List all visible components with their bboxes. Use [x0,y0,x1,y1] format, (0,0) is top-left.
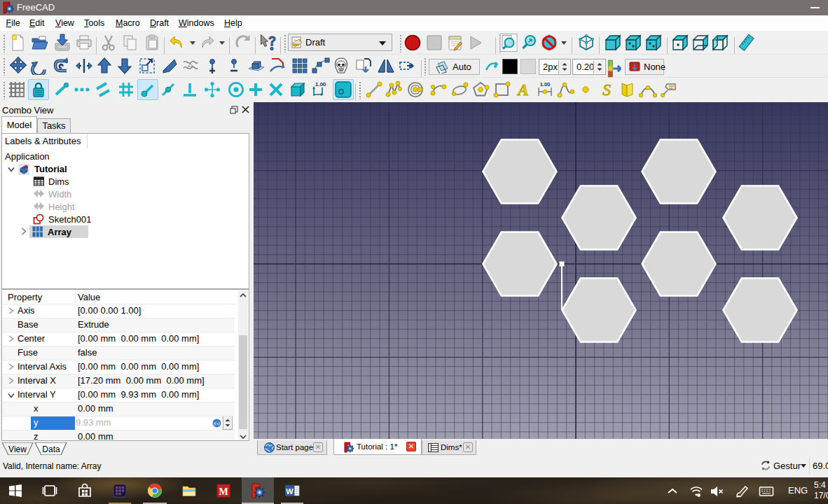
svg-text:W: W [286,487,294,496]
svg-text:A: A [516,81,528,99]
svg-text:View: View [8,444,27,454]
svg-text:S: S [602,80,611,99]
svg-text:1.00: 1.00 [540,81,551,88]
svg-text:?: ? [268,34,276,48]
svg-text:M: M [219,486,228,497]
svg-text:f(x): f(x) [214,421,220,426]
svg-text:1.00: 1.00 [315,81,326,88]
svg-text:Data: Data [42,444,60,454]
